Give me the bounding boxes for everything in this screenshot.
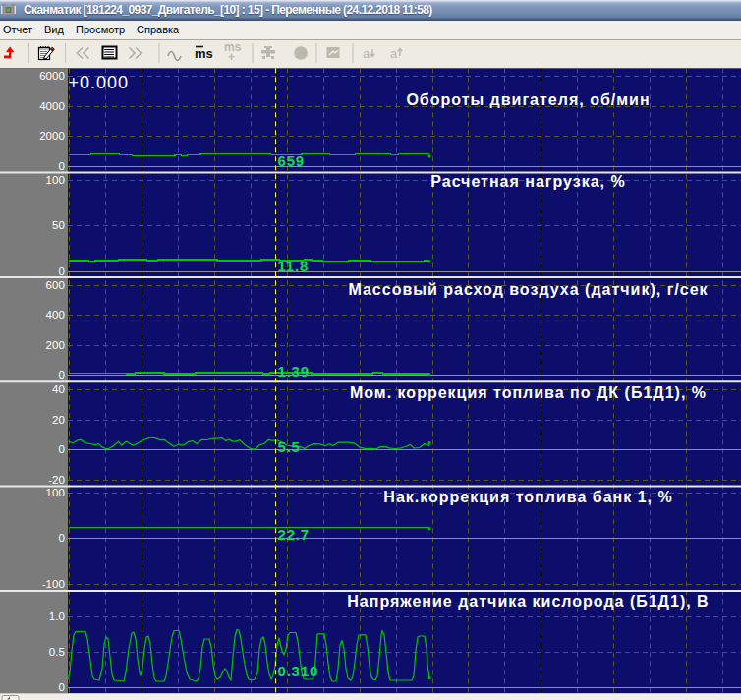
svg-text:Массовый расход воздуха (датчи: Массовый расход воздуха (датчик), г/сек bbox=[348, 281, 708, 298]
svg-text:-20: -20 bbox=[48, 474, 65, 486]
svg-text:0.5: 0.5 bbox=[49, 646, 65, 658]
svg-text:0: 0 bbox=[58, 443, 64, 455]
svg-text:600: 600 bbox=[46, 279, 65, 291]
svg-text:659: 659 bbox=[278, 152, 305, 169]
svg-text:11.8: 11.8 bbox=[278, 258, 310, 274]
svg-text:200: 200 bbox=[46, 339, 65, 351]
svg-text:4000: 4000 bbox=[39, 100, 65, 112]
svg-text:-100: -100 bbox=[42, 578, 65, 590]
svg-text:0.310: 0.310 bbox=[278, 663, 319, 679]
svg-text:22.7: 22.7 bbox=[278, 526, 310, 543]
svg-text:20: 20 bbox=[52, 414, 65, 426]
svg-text:Напряжение датчика кислорода (: Напряжение датчика кислорода (Б1Д1), В bbox=[347, 593, 709, 610]
svg-text:2000: 2000 bbox=[39, 130, 65, 142]
svg-text:1.39: 1.39 bbox=[278, 363, 310, 379]
svg-text:Расчетная нагрузка, %: Расчетная нагрузка, % bbox=[430, 173, 625, 190]
svg-text:0: 0 bbox=[58, 681, 64, 693]
svg-text:6000: 6000 bbox=[39, 70, 65, 82]
svg-text:+0.000: +0.000 bbox=[69, 73, 130, 92]
svg-text:100: 100 bbox=[46, 487, 65, 498]
svg-text:a: a bbox=[390, 46, 398, 61]
svg-text:0: 0 bbox=[58, 160, 64, 172]
svg-text:+: + bbox=[228, 50, 235, 64]
svg-text:Обороты двигателя, об/мин: Обороты двигателя, об/мин bbox=[406, 91, 650, 108]
svg-text:ms: ms bbox=[195, 46, 213, 61]
svg-text:a: a bbox=[363, 46, 370, 61]
svg-text:0: 0 bbox=[58, 265, 64, 277]
svg-text:Нак.коррекция топлива банк 1,: Нак.коррекция топлива банк 1, % bbox=[383, 489, 672, 505]
svg-text:100: 100 bbox=[46, 174, 65, 186]
svg-text:400: 400 bbox=[46, 309, 65, 321]
svg-text:0: 0 bbox=[58, 532, 64, 544]
svg-text:0: 0 bbox=[58, 369, 64, 380]
svg-text:1.0: 1.0 bbox=[49, 611, 65, 622]
svg-text:40: 40 bbox=[52, 383, 65, 395]
svg-text:5.5: 5.5 bbox=[278, 438, 301, 455]
svg-text:Мом. коррекция топлива по ДК (: Мом. коррекция топлива по ДК (Б1Д1), % bbox=[350, 384, 707, 401]
svg-text:50: 50 bbox=[52, 219, 65, 231]
